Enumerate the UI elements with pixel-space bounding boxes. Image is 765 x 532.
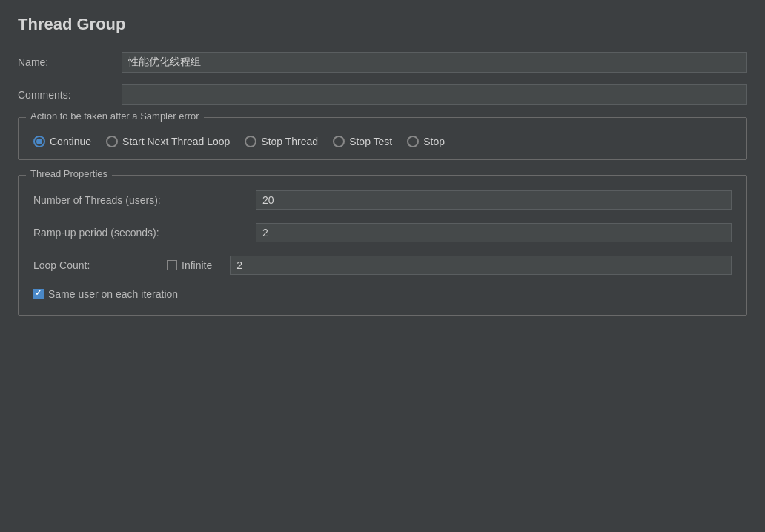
loop-count-label: Loop Count:	[33, 259, 167, 271]
radio-stop-label: Stop	[423, 136, 445, 147]
thread-properties-section: Thread Properties Number of Threads (use…	[18, 175, 747, 316]
infinite-checkbox[interactable]	[167, 260, 177, 270]
radio-item-stop[interactable]: Stop	[407, 136, 445, 147]
thread-properties-legend: Thread Properties	[26, 168, 112, 179]
page-title: Thread Group	[18, 15, 747, 34]
num-threads-label: Number of Threads (users):	[33, 194, 256, 206]
ramp-up-input[interactable]	[256, 223, 732, 242]
radio-stop-test-label: Stop Test	[349, 136, 392, 147]
name-row: Name:	[18, 52, 747, 73]
radio-stop-test[interactable]	[333, 136, 345, 147]
comments-label: Comments:	[18, 89, 122, 101]
comments-row: Comments:	[18, 84, 747, 105]
radio-stop-thread-label: Stop Thread	[261, 136, 318, 147]
radio-item-continue[interactable]: Continue	[33, 136, 91, 147]
radio-start-next[interactable]	[106, 136, 118, 147]
radio-start-next-label: Start Next Thread Loop	[122, 136, 230, 147]
radio-stop[interactable]	[407, 136, 419, 147]
radio-item-stop-test[interactable]: Stop Test	[333, 136, 392, 147]
name-input[interactable]	[122, 52, 747, 73]
ramp-up-label: Ramp-up period (seconds):	[33, 227, 256, 239]
sampler-error-section: Action to be taken after a Sampler error…	[18, 117, 747, 160]
loop-count-row: Loop Count: Infinite	[33, 256, 732, 275]
num-threads-input[interactable]	[256, 190, 732, 210]
infinite-label: Infinite	[182, 259, 212, 271]
radio-item-start-next[interactable]: Start Next Thread Loop	[106, 136, 230, 147]
same-user-label: Same user on each iteration	[48, 288, 178, 300]
radio-stop-thread[interactable]	[245, 136, 256, 147]
sampler-error-legend: Action to be taken after a Sampler error	[26, 110, 204, 122]
ramp-up-row: Ramp-up period (seconds):	[33, 223, 732, 242]
infinite-checkbox-item[interactable]: Infinite	[167, 259, 221, 271]
sampler-error-radio-group: Continue Start Next Thread Loop Stop Thr…	[33, 136, 732, 147]
comments-input[interactable]	[122, 84, 747, 105]
same-user-checkbox[interactable]	[33, 289, 44, 299]
same-user-checkbox-item[interactable]: Same user on each iteration	[33, 288, 178, 300]
radio-continue[interactable]	[33, 136, 45, 147]
loop-count-input[interactable]	[230, 256, 732, 275]
num-threads-row: Number of Threads (users):	[33, 190, 732, 210]
radio-continue-label: Continue	[50, 136, 91, 147]
name-label: Name:	[18, 56, 122, 68]
same-user-row: Same user on each iteration	[33, 288, 732, 300]
radio-item-stop-thread[interactable]: Stop Thread	[245, 136, 318, 147]
